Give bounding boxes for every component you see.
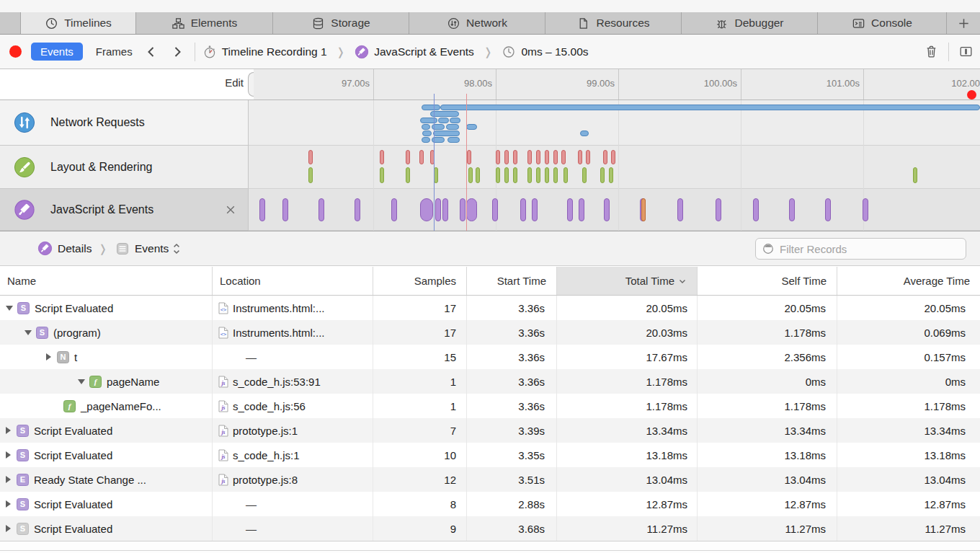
network-request-bar[interactable] xyxy=(433,130,460,136)
tab-storage[interactable]: Storage xyxy=(272,12,409,34)
breadcrumb-details[interactable]: Details xyxy=(58,242,92,255)
filter-records-input[interactable] xyxy=(755,238,966,260)
paint-event-pill[interactable] xyxy=(609,167,613,183)
disclosure-triangle[interactable] xyxy=(6,306,13,311)
network-request-bar[interactable] xyxy=(580,130,589,136)
script-event-pill[interactable] xyxy=(259,198,265,221)
network-request-bar[interactable] xyxy=(422,124,430,130)
tab-resources[interactable]: Resources xyxy=(545,12,681,34)
column-header-name[interactable]: Name xyxy=(0,267,213,295)
layout-event-pill[interactable] xyxy=(545,150,549,164)
paint-event-pill[interactable] xyxy=(476,167,480,183)
paint-event-pill[interactable] xyxy=(582,167,587,183)
script-event-pill[interactable] xyxy=(282,198,288,221)
layout-event-pill[interactable] xyxy=(561,150,566,164)
paint-event-pill[interactable] xyxy=(496,167,500,183)
tab-console[interactable]: Console xyxy=(817,12,946,34)
layout-event-pill[interactable] xyxy=(406,150,410,164)
script-event-pill[interactable] xyxy=(863,198,868,221)
column-header-start-time[interactable]: Start Time xyxy=(467,267,557,295)
script-event-pill[interactable] xyxy=(355,198,360,221)
view-selector-events[interactable]: Events xyxy=(135,242,169,255)
disclosure-triangle[interactable] xyxy=(24,330,32,335)
history-back-button[interactable] xyxy=(144,45,159,59)
layout-event-pill[interactable] xyxy=(578,150,582,164)
disclosure-triangle[interactable] xyxy=(6,500,11,508)
script-event-block[interactable] xyxy=(466,198,477,221)
layout-event-pill[interactable] xyxy=(553,150,558,164)
network-request-bar[interactable] xyxy=(422,137,430,143)
script-event-pill[interactable] xyxy=(442,198,448,221)
paint-event-pill[interactable] xyxy=(545,167,549,183)
script-event-block[interactable] xyxy=(420,198,433,221)
edit-instruments-button[interactable]: Edit xyxy=(225,76,244,89)
disclosure-triangle[interactable] xyxy=(6,427,11,434)
table-row[interactable]: SScript Evaluatedjss_code_h.js:1103.35s1… xyxy=(0,443,980,467)
script-event-pill[interactable] xyxy=(460,198,466,221)
layout-event-pill[interactable] xyxy=(419,150,424,164)
column-header-total-time[interactable]: Total Time xyxy=(557,267,698,295)
script-event-pill[interactable] xyxy=(492,198,498,221)
script-event-pill[interactable] xyxy=(520,198,526,221)
other-event-pill[interactable] xyxy=(641,198,646,221)
clear-timeline-trash-button[interactable] xyxy=(924,44,939,59)
table-row[interactable]: SScript Evaluated<>Instruments.html:...1… xyxy=(0,296,980,320)
paint-event-pill[interactable] xyxy=(600,167,605,183)
paint-event-pill[interactable] xyxy=(527,167,532,183)
layout-event-pill[interactable] xyxy=(611,150,615,164)
tab-timelines[interactable]: Timelines xyxy=(20,12,135,34)
details-sidebar-toggle-button[interactable] xyxy=(958,44,974,59)
current-time-handle[interactable] xyxy=(967,90,976,99)
paint-event-pill[interactable] xyxy=(913,167,917,183)
location-text[interactable]: prototype.js:8 xyxy=(233,474,298,486)
disclosure-triangle[interactable] xyxy=(78,379,85,384)
tab-elements[interactable]: Elements xyxy=(135,12,272,34)
layout-event-pill[interactable] xyxy=(513,150,517,164)
location-text[interactable]: prototype.js:1 xyxy=(233,425,298,437)
location-text[interactable]: s_code_h.js:1 xyxy=(233,449,300,461)
chevron-up-down-icon[interactable] xyxy=(169,242,181,256)
timeline-row-javascript-events[interactable]: JavaScript & Events xyxy=(0,189,249,231)
network-request-bar[interactable] xyxy=(446,124,459,130)
view-mode-events-button[interactable]: Events xyxy=(31,43,83,61)
layout-event-pill[interactable] xyxy=(536,150,540,164)
time-ruler[interactable]: 97.00s98.00s99.00s100.00s101.00s102.00 xyxy=(254,69,980,99)
paint-event-pill[interactable] xyxy=(564,167,568,183)
layout-event-pill[interactable] xyxy=(527,150,532,164)
script-event-pill[interactable] xyxy=(391,198,397,221)
tab-network[interactable]: Network xyxy=(409,12,545,34)
table-row[interactable]: Nt—153.36s17.67ms2.356ms0.157ms xyxy=(0,345,980,369)
network-request-bar[interactable] xyxy=(450,118,460,123)
tab-debugger[interactable]: Debugger xyxy=(681,12,817,34)
network-request-bar[interactable] xyxy=(420,118,437,123)
timeline-row-network-requests[interactable]: Network Requests xyxy=(0,100,249,146)
script-event-pill[interactable] xyxy=(716,198,721,221)
breadcrumb-item[interactable]: Timeline Recording 1 xyxy=(202,45,327,59)
network-request-bar[interactable] xyxy=(430,111,459,117)
breadcrumb-item[interactable]: 0ms – 15.00s xyxy=(502,45,588,59)
table-row[interactable]: fpageNamejss_code_h.js:53:9113.36s1.178m… xyxy=(0,369,980,394)
column-header-samples[interactable]: Samples xyxy=(373,267,467,295)
layout-event-pill[interactable] xyxy=(496,150,500,164)
paint-event-pill[interactable] xyxy=(553,167,558,183)
network-request-bar[interactable] xyxy=(447,137,460,143)
close-timeline-button[interactable] xyxy=(223,203,238,217)
table-row[interactable]: EReady State Change ...jsprototype.js:81… xyxy=(0,467,980,492)
column-header-self-time[interactable]: Self Time xyxy=(698,267,837,295)
table-row[interactable]: S(program)<>Instruments.html:...173.36s2… xyxy=(0,320,980,345)
timeline-row-layout-rendering[interactable]: Layout & Rendering xyxy=(0,146,249,189)
script-event-pill[interactable] xyxy=(753,198,759,221)
layout-event-pill[interactable] xyxy=(467,150,471,164)
network-request-bar[interactable] xyxy=(422,130,432,136)
column-header-location[interactable]: Location xyxy=(213,267,373,295)
script-event-pill[interactable] xyxy=(567,198,573,221)
network-request-bar[interactable] xyxy=(438,118,449,123)
script-event-pill[interactable] xyxy=(435,198,441,221)
location-text[interactable]: Instruments.html:... xyxy=(233,302,325,314)
add-tab-button[interactable] xyxy=(946,12,980,34)
script-event-pill[interactable] xyxy=(532,198,538,221)
network-request-bar[interactable] xyxy=(422,105,440,110)
script-event-pill[interactable] xyxy=(604,198,610,221)
history-forward-button[interactable] xyxy=(170,45,184,59)
disclosure-triangle[interactable] xyxy=(6,476,11,483)
